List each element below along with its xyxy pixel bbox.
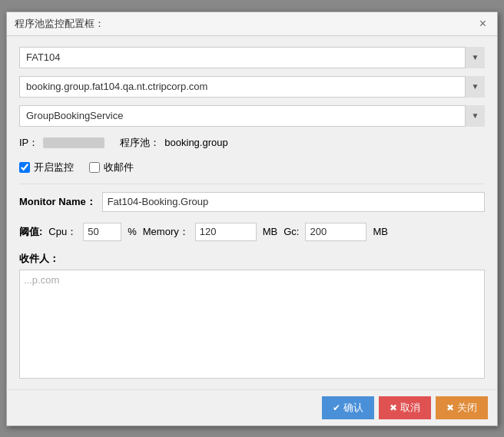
env-dropdown[interactable]: FAT104 (19, 47, 485, 68)
ip-row: IP： 程序池： booking.group (19, 134, 485, 151)
close-button[interactable]: ✖ 关闭 (436, 396, 488, 419)
pool-value: booking.group (164, 137, 227, 148)
cancel-icon: ✖ (390, 402, 397, 413)
monitor-name-label: Monitor Name： (19, 195, 96, 209)
recipient-textarea[interactable] (19, 270, 485, 379)
pool-block: 程序池： booking.group (120, 136, 227, 150)
email-checkbox[interactable] (89, 162, 100, 173)
cpu-label: Cpu： (48, 225, 77, 239)
monitor-checkbox-item: 开启监控 (19, 161, 74, 174)
email-checkbox-label[interactable]: 收邮件 (104, 161, 134, 174)
checkbox-row: 开启监控 收邮件 (19, 159, 485, 176)
dialog: 程序池监控配置框： × FAT104 ▼ booking.group.fat10… (6, 12, 498, 426)
close-label: 关闭 (457, 401, 477, 415)
monitor-checkbox-label[interactable]: 开启监控 (34, 161, 74, 174)
gc-label: Gc: (284, 226, 299, 237)
monitor-name-input[interactable] (102, 192, 485, 212)
confirm-icon: ✔ (333, 402, 340, 413)
dialog-title: 程序池监控配置框： (15, 17, 104, 31)
memory-label: Memory： (143, 225, 189, 239)
env-dropdown-wrapper: FAT104 ▼ (19, 47, 485, 68)
recipient-label: 收件人： (19, 252, 485, 266)
memory-unit: MB (263, 226, 278, 237)
service-dropdown-wrapper: GroupBookingService ▼ (19, 105, 485, 127)
ip-value (43, 137, 104, 148)
pool-label: 程序池： (120, 136, 160, 150)
host-dropdown-wrapper: booking.group.fat104.qa.nt.ctripcorp.com… (19, 76, 485, 98)
cpu-unit: % (128, 226, 137, 237)
dialog-titlebar: 程序池监控配置框： × (7, 12, 497, 36)
ip-label: IP： (19, 136, 38, 150)
close-icon: ✖ (446, 402, 454, 413)
cpu-input[interactable] (83, 223, 121, 241)
recipient-section: 收件人： (19, 252, 485, 379)
threshold-label: 阈值: (19, 225, 42, 239)
dialog-footer: ✔ 确认 ✖ 取消 ✖ 关闭 (7, 389, 497, 425)
gc-input[interactable] (305, 223, 366, 241)
email-checkbox-item: 收邮件 (89, 161, 134, 174)
confirm-label: 确认 (343, 401, 363, 415)
cancel-button[interactable]: ✖ 取消 (379, 396, 431, 419)
host-dropdown[interactable]: booking.group.fat104.qa.nt.ctripcorp.com (19, 76, 485, 98)
monitor-checkbox[interactable] (19, 162, 30, 173)
dialog-close-button[interactable]: × (476, 18, 489, 30)
confirm-button[interactable]: ✔ 确认 (322, 396, 374, 419)
monitor-name-row: Monitor Name： (19, 184, 485, 212)
gc-unit: MB (373, 226, 388, 237)
cancel-label: 取消 (400, 401, 420, 415)
dialog-body: FAT104 ▼ booking.group.fat104.qa.nt.ctri… (7, 36, 497, 389)
service-dropdown[interactable]: GroupBookingService (19, 105, 485, 127)
ip-block: IP： (19, 136, 104, 150)
memory-input[interactable] (195, 223, 257, 241)
threshold-row: 阈值: Cpu： % Memory： MB Gc: MB (19, 220, 485, 244)
